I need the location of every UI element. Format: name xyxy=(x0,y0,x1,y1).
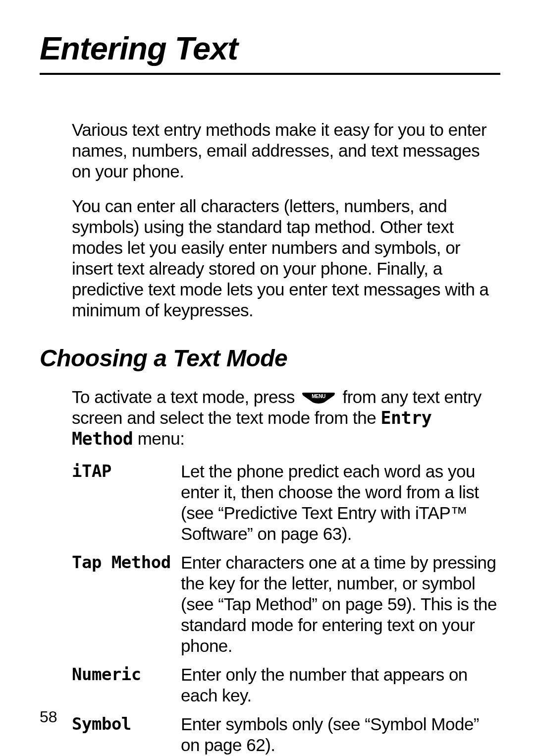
mode-desc: Enter only the number that appears on ea… xyxy=(181,664,500,706)
section-body-suffix: menu: xyxy=(138,429,185,448)
mode-row-itap: iTAP Let the phone predict each word as … xyxy=(72,461,500,544)
page-number: 58 xyxy=(40,708,57,726)
mode-term: Symbol xyxy=(72,714,181,734)
mode-desc: Enter symbols only (see “Symbol Mode” on… xyxy=(181,714,500,756)
mode-term: Numeric xyxy=(72,664,181,684)
intro-paragraph-1: Various text entry methods make it easy … xyxy=(72,119,500,182)
mode-desc: Let the phone predict each word as you e… xyxy=(181,461,500,544)
mode-row-tap-method: Tap Method Enter characters one at a tim… xyxy=(72,552,500,656)
intro-paragraph-2: You can enter all characters (letters, n… xyxy=(72,196,500,321)
mode-term: Tap Method xyxy=(72,552,181,572)
section-heading: Choosing a Text Mode xyxy=(40,345,500,372)
mode-list: iTAP Let the phone predict each word as … xyxy=(72,461,500,756)
menu-key-icon: MENU xyxy=(301,391,336,404)
svg-text:MENU: MENU xyxy=(312,394,325,399)
mode-row-symbol: Symbol Enter symbols only (see “Symbol M… xyxy=(72,714,500,756)
section-body-prefix: To activate a text mode, press xyxy=(72,387,299,407)
mode-desc: Enter characters one at a time by pressi… xyxy=(181,552,500,656)
document-page: Entering Text Various text entry methods… xyxy=(0,0,535,756)
chapter-title: Entering Text xyxy=(40,30,500,67)
mode-term: iTAP xyxy=(72,461,181,481)
chapter-rule xyxy=(40,73,500,75)
mode-row-numeric: Numeric Enter only the number that appea… xyxy=(72,664,500,706)
section-body: To activate a text mode, press MENU from… xyxy=(72,387,500,449)
